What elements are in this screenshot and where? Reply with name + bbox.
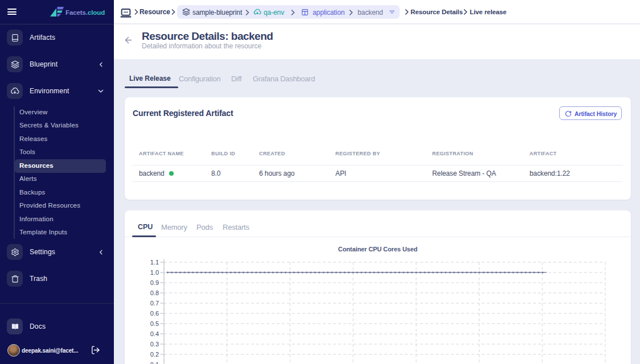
- svg-text:0.1: 0.1: [150, 361, 159, 364]
- svg-text:0.7: 0.7: [150, 300, 159, 307]
- svg-text:0.4: 0.4: [150, 330, 159, 337]
- svg-text:0.3: 0.3: [150, 341, 159, 348]
- svg-text:0.8: 0.8: [150, 289, 159, 296]
- svg-text:0.2: 0.2: [150, 351, 159, 358]
- svg-text:0.5: 0.5: [150, 320, 159, 327]
- svg-text:0.6: 0.6: [150, 310, 159, 317]
- svg-text:0.9: 0.9: [150, 279, 159, 286]
- svg-text:1.1: 1.1: [150, 259, 159, 266]
- svg-text:1.0: 1.0: [150, 269, 159, 276]
